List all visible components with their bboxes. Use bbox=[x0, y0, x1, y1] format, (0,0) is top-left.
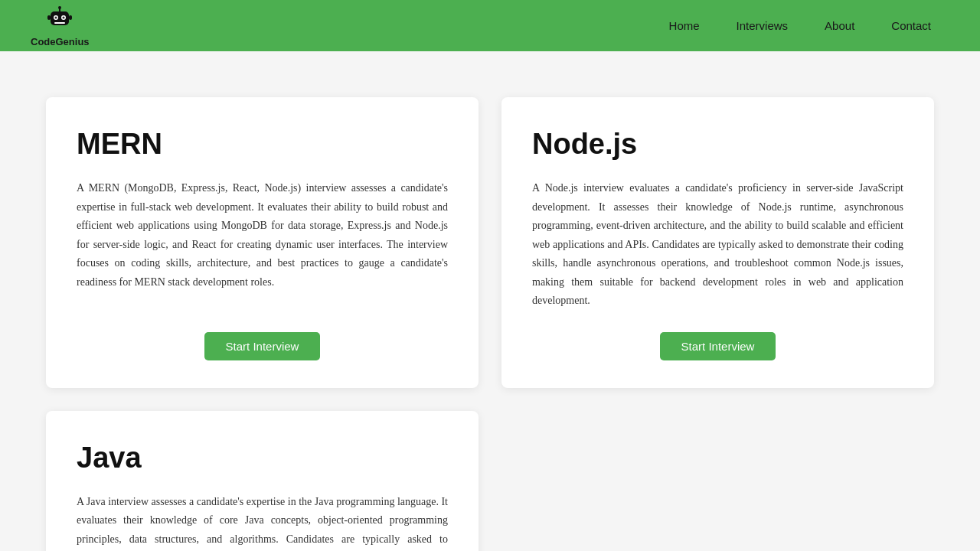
mern-description: A MERN (MongoDB, Express.js, React, Node… bbox=[77, 179, 448, 311]
codegenius-icon bbox=[44, 4, 75, 34]
svg-rect-9 bbox=[69, 15, 72, 20]
java-title: Java bbox=[77, 442, 142, 474]
mern-card: MERN A MERN (MongoDB, Express.js, React,… bbox=[46, 97, 479, 388]
svg-rect-8 bbox=[47, 15, 51, 20]
nodejs-card-footer: Start Interview bbox=[532, 332, 903, 360]
nodejs-card: Node.js A Node.js interview evaluates a … bbox=[501, 97, 934, 388]
svg-point-4 bbox=[63, 17, 65, 19]
main-content: MERN A MERN (MongoDB, Express.js, React,… bbox=[0, 51, 980, 551]
svg-point-3 bbox=[55, 17, 57, 19]
svg-rect-5 bbox=[54, 22, 65, 24]
java-card: Java A Java interview assesses a candida… bbox=[46, 411, 479, 552]
nodejs-title: Node.js bbox=[532, 128, 637, 161]
java-description: A Java interview assesses a candidate's … bbox=[77, 493, 448, 552]
navbar-links: Home Interviews About Contact bbox=[651, 0, 949, 51]
mern-card-footer: Start Interview bbox=[77, 332, 448, 360]
brand-logo[interactable]: CodeGenius bbox=[31, 4, 90, 47]
svg-point-7 bbox=[58, 6, 61, 9]
nodejs-start-button[interactable]: Start Interview bbox=[660, 332, 776, 360]
nav-contact[interactable]: Contact bbox=[873, 0, 949, 51]
nodejs-description: A Node.js interview evaluates a candidat… bbox=[532, 179, 903, 311]
nav-home[interactable]: Home bbox=[651, 0, 718, 51]
mern-title: MERN bbox=[77, 128, 162, 161]
nav-about[interactable]: About bbox=[806, 0, 873, 51]
navbar: CodeGenius Home Interviews About Contact bbox=[0, 0, 980, 51]
mern-start-button[interactable]: Start Interview bbox=[204, 332, 321, 360]
nav-interviews[interactable]: Interviews bbox=[718, 0, 807, 51]
brand-name: CodeGenius bbox=[31, 36, 90, 47]
cards-grid: MERN A MERN (MongoDB, Express.js, React,… bbox=[46, 97, 934, 551]
